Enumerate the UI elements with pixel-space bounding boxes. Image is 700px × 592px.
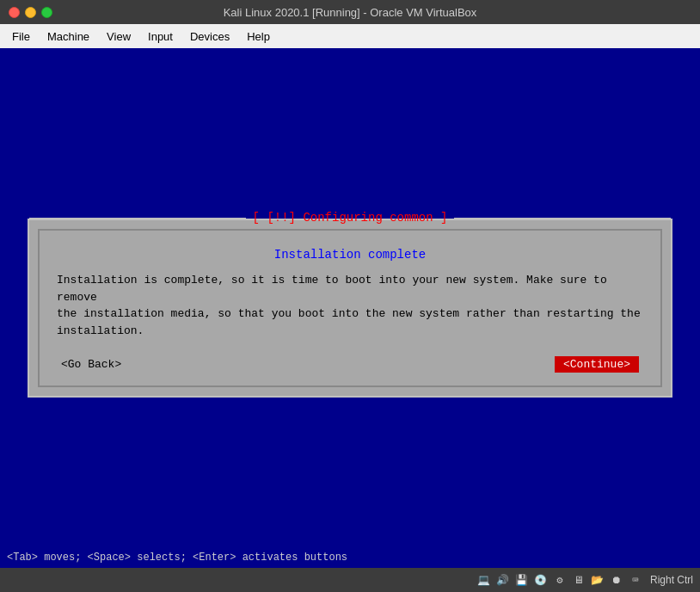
menu-machine[interactable]: Machine [40, 28, 96, 46]
go-back-button[interactable]: <Go Back> [61, 358, 121, 371]
bottom-bar: 💻 🔊 💾 💿 ⚙ 🖥 📂 ⏺ ⌨ Right Ctrl [0, 568, 700, 592]
dialog-title-bar: [ [!!] Configuring common ] [29, 211, 671, 225]
dialog-heading: Installation complete [57, 248, 643, 262]
title-bar: Kali Linux 2020.1 [Running] - Oracle VM … [0, 0, 700, 24]
continue-button[interactable]: <Continue> [555, 356, 639, 373]
hdd-icon: 💿 [533, 572, 549, 588]
status-text: <Tab> moves; <Space> selects; <Enter> ac… [7, 552, 347, 564]
window-title: Kali Linux 2020.1 [Running] - Oracle VM … [224, 6, 477, 19]
dialog-body: Installation complete Installation is co… [38, 229, 662, 387]
usb-icon: 💾 [514, 572, 530, 588]
minimize-button[interactable] [25, 7, 36, 18]
vm-display-area: [ [!!] Configuring common ] Installation… [0, 48, 700, 568]
display-icon: 🖥 [571, 572, 586, 588]
menu-input[interactable]: Input [141, 28, 180, 46]
dialog-title-line-left [29, 218, 246, 219]
menu-devices[interactable]: Devices [183, 28, 236, 46]
dialog-title-line-right [454, 218, 671, 219]
keyboard-icon: ⌨ [628, 572, 643, 588]
dialog-title-text: [ [!!] Configuring common ] [246, 211, 455, 225]
dialog-box: [ [!!] Configuring common ] Installation… [28, 219, 672, 398]
shared-folder-icon: 📂 [590, 572, 605, 588]
dialog-buttons: <Go Back> <Continue> [57, 356, 643, 373]
settings-icon: ⚙ [552, 572, 568, 588]
capture-icon: ⏺ [609, 572, 624, 588]
close-button[interactable] [9, 7, 20, 18]
dialog-message: Installation is complete, so it is time … [57, 272, 643, 339]
menu-help[interactable]: Help [240, 28, 277, 46]
audio-icon: 🔊 [495, 572, 511, 588]
network-icon: 💻 [476, 572, 492, 588]
menu-file[interactable]: File [5, 28, 37, 46]
maximize-button[interactable] [41, 7, 52, 18]
right-ctrl-label: Right Ctrl [650, 574, 693, 586]
menu-view[interactable]: View [100, 28, 138, 46]
window-controls [9, 7, 52, 18]
menu-bar: File Machine View Input Devices Help [0, 24, 700, 48]
vm-status-bar: <Tab> moves; <Space> selects; <Enter> ac… [0, 547, 700, 568]
